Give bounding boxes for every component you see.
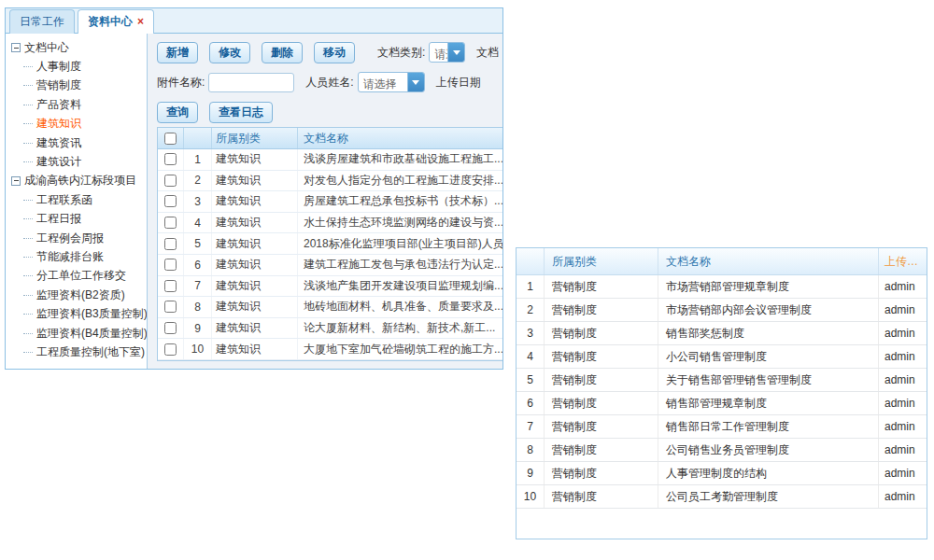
tree-item[interactable]: 监理资料(B4质量控制) — [11, 324, 145, 343]
row-checkbox[interactable] — [164, 175, 177, 187]
row-checkbox[interactable] — [164, 259, 177, 271]
tree-item-label: 监理资料(B4质量控制) — [36, 326, 148, 342]
row-checkbox[interactable] — [164, 238, 177, 250]
table-row[interactable]: 9 建筑知识 论大厦新材料、新结构、新技术,新工... — [158, 318, 502, 340]
tree-item[interactable]: 节能减排台账 — [11, 247, 145, 266]
table-row[interactable]: 8 营销制度 公司销售业务员管理制度 admin — [517, 439, 927, 462]
tree-item[interactable]: 工程质量控制(地下室) — [11, 343, 145, 361]
view-log-button[interactable]: 查看日志 — [209, 102, 273, 123]
row-checkbox[interactable] — [164, 217, 177, 229]
tree-connector — [23, 275, 33, 276]
tree-item-label: 产品资料 — [36, 97, 81, 113]
tree-item-label: 监理资料(B3质量控制) — [36, 306, 148, 322]
tab-bar: 日常工作 资料中心× — [5, 7, 503, 34]
close-icon[interactable]: × — [137, 15, 144, 28]
table-row[interactable]: 4 营销制度 小公司销售管理制度 admin — [517, 345, 927, 369]
add-button[interactable]: 新增 — [157, 42, 198, 63]
tree-item-label: 人事制度 — [36, 59, 81, 75]
query-button[interactable]: 查询 — [157, 102, 198, 123]
panel-body: 文档中心 人事制度 营销制度 产品资料 建筑知识 建筑资讯 — [5, 34, 503, 370]
tree-item[interactable]: 工程日报 — [11, 210, 145, 229]
table-row[interactable]: 4 建筑知识 水土保持生态环境监测网络的建设与资... — [158, 213, 502, 234]
row-checkbox[interactable] — [164, 322, 177, 334]
doc-category-select[interactable]: 请选择 — [429, 42, 465, 63]
right-results-table: 所属别类 文档名称 上传… 1 营销制度 市场营销部管理规章制度 admin 2… — [516, 247, 927, 539]
row-number-header — [517, 248, 545, 274]
table-row[interactable]: 2 营销制度 市场营销部内部会议管理制度 admin — [517, 299, 927, 322]
upload-date-label: 上传日期 — [436, 75, 481, 91]
tree-item-label: 节能减排台账 — [36, 249, 104, 265]
table-row[interactable]: 6 营销制度 销售部管理规章制度 admin — [517, 392, 927, 415]
doc-category-value: 请选择 — [430, 43, 447, 62]
tree-item-label: 分工单位工作移交 — [36, 268, 126, 284]
doc-name-header: 文档名称 — [298, 131, 502, 147]
table-row[interactable]: 7 建筑知识 浅谈地产集团开发建设项目监理规划编... — [158, 276, 502, 298]
tree-item[interactable]: 建筑资讯 — [11, 133, 145, 152]
tree-item[interactable]: 工程例会周报 — [11, 229, 145, 247]
table-row[interactable]: 1 营销制度 市场营销部管理规章制度 admin — [517, 275, 927, 299]
tree-connector — [23, 143, 33, 144]
tree-connector — [23, 314, 33, 315]
table-row[interactable]: 5 建筑知识 2018标准化监理项目部(业主项目部)人员... — [158, 233, 502, 255]
tree-connector — [23, 105, 33, 105]
left-results-table: 所属别类 文档名称 1 建筑知识 浅谈房屋建筑和市政基础设施工程施工... 2 … — [157, 127, 502, 361]
tree-item[interactable]: 建筑设计 — [11, 152, 145, 171]
table-row[interactable]: 2 建筑知识 对发包人指定分包的工程施工进度安排... — [158, 171, 502, 192]
tree-connector — [23, 200, 33, 201]
collapse-icon[interactable] — [11, 43, 21, 52]
tree-connector — [23, 218, 33, 219]
row-checkbox[interactable] — [164, 280, 177, 292]
tree-item-selected[interactable]: 建筑知识 — [11, 115, 145, 133]
tree-connector — [23, 295, 33, 296]
document-tree: 文档中心 人事制度 营销制度 产品资料 建筑知识 建筑资讯 — [6, 34, 148, 369]
table-row[interactable]: 10 营销制度 公司员工考勤管理制度 admin — [517, 485, 927, 509]
tree-connector — [23, 333, 33, 334]
table-row[interactable]: 3 建筑知识 房屋建筑工程总承包投标书（技术标）... — [158, 191, 502, 213]
content-pane: 新增 修改 删除 移动 文档类别: 请选择 文档 附件名称: 人员姓名: 请选择 — [148, 34, 502, 369]
person-select[interactable]: 请选择 — [358, 72, 425, 92]
tree-root-railway-project[interactable]: 成渝高铁内江标段项目 — [11, 172, 145, 190]
tree-item[interactable]: 监理资料(B3质量控制) — [11, 304, 145, 323]
edit-button[interactable]: 修改 — [209, 42, 250, 63]
tree-connector — [23, 352, 33, 353]
tree-item-label: 工程日报 — [36, 211, 81, 227]
table-row[interactable]: 8 建筑知识 地砖地面材料、机具准备、质量要求及... — [158, 297, 502, 318]
table-row[interactable]: 9 营销制度 人事管理制度的结构 admin — [517, 462, 927, 485]
tree-item[interactable]: 监理资料(B2资质) — [11, 286, 145, 304]
table-header: 所属别类 文档名称 — [158, 128, 502, 149]
tree-root-document-center[interactable]: 文档中心 — [11, 38, 145, 57]
doc-name-label-clipped: 文档 — [476, 45, 499, 61]
row-checkbox[interactable] — [164, 343, 177, 356]
row-checkbox[interactable] — [164, 301, 177, 313]
delete-button[interactable]: 删除 — [262, 42, 303, 63]
tree-item[interactable]: 产品资料 — [11, 95, 145, 114]
table-row[interactable]: 1 建筑知识 浅谈房屋建筑和市政基础设施工程施工... — [158, 149, 502, 171]
tree-item[interactable]: 分工单位工作移交 — [11, 267, 145, 286]
category-header: 所属别类 — [212, 128, 298, 148]
row-checkbox[interactable] — [164, 195, 177, 207]
tree-item-label: 营销制度 — [36, 77, 81, 93]
table-row[interactable]: 7 营销制度 销售部日常工作管理制度 admin — [517, 415, 927, 439]
attachment-input[interactable] — [208, 73, 294, 92]
select-all-checkbox[interactable] — [164, 133, 177, 145]
tree-root-label: 文档中心 — [24, 40, 69, 56]
table-header: 所属别类 文档名称 上传… — [517, 248, 927, 275]
document-center-panel: 日常工作 资料中心× 文档中心 人事制度 营销制度 产品资料 — [5, 7, 503, 370]
row-checkbox[interactable] — [164, 153, 177, 165]
table-row[interactable]: 10 建筑知识 大厦地下室加气砼墙砌筑工程的施工方... — [158, 339, 502, 360]
chevron-down-icon[interactable] — [407, 73, 424, 91]
table-row[interactable]: 3 营销制度 销售部奖惩制度 admin — [517, 322, 927, 345]
tab-label: 资料中心 — [88, 15, 133, 28]
tab-data-center[interactable]: 资料中心× — [78, 9, 154, 34]
collapse-icon[interactable] — [11, 176, 21, 186]
tree-item-label: 工程例会周报 — [36, 231, 104, 246]
table-row[interactable]: 6 建筑知识 建筑工程施工发包与承包违法行为认定... — [158, 255, 502, 276]
tree-item[interactable]: 营销制度 — [11, 77, 145, 95]
tree-root-label: 成渝高铁内江标段项目 — [24, 173, 136, 189]
tree-item[interactable]: 工程联系函 — [11, 190, 145, 209]
move-button[interactable]: 移动 — [314, 42, 355, 63]
tree-item[interactable]: 人事制度 — [11, 57, 145, 76]
table-row[interactable]: 5 营销制度 关于销售部管理销售管理制度 admin — [517, 369, 927, 392]
tab-daily-work[interactable]: 日常工作 — [9, 9, 75, 34]
chevron-down-icon[interactable] — [447, 43, 464, 62]
